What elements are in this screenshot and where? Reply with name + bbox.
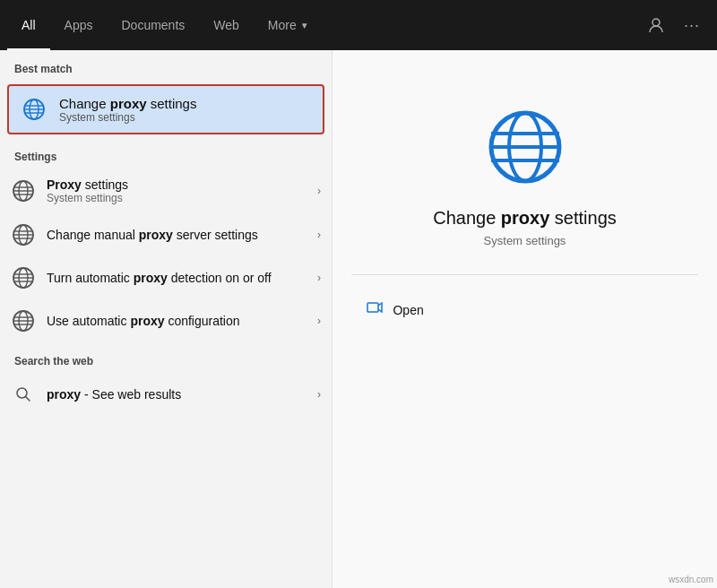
left-panel: Best match Change proxy settings S — [0, 50, 332, 588]
best-match-subtitle: System settings — [59, 111, 196, 124]
best-match-title: Change proxy settings — [59, 96, 196, 111]
list-item-proxy-settings[interactable]: Proxy settings System settings › — [0, 169, 332, 213]
open-action-label: Open — [393, 303, 423, 317]
tab-all[interactable]: All — [7, 0, 50, 50]
user-icon — [647, 16, 665, 34]
magnifier-icon — [15, 386, 31, 402]
use-automatic-title: Use automatic proxy configuration — [47, 314, 307, 328]
detail-divider — [351, 274, 697, 275]
tab-web[interactable]: Web — [199, 0, 254, 50]
detail-icon — [482, 104, 568, 190]
use-automatic-text: Use automatic proxy configuration — [47, 314, 307, 328]
globe-icon-use-automatic — [11, 308, 36, 333]
best-match-icon — [20, 95, 48, 124]
globe-icon-automatic — [11, 265, 36, 290]
web-search-item[interactable]: proxy - See web results › — [0, 373, 332, 416]
more-options-button[interactable]: ··· — [678, 11, 706, 39]
list-item-use-automatic[interactable]: Use automatic proxy configuration › — [0, 299, 332, 342]
best-match-label: Best match — [0, 50, 332, 81]
web-search-keyword: proxy — [47, 387, 81, 402]
proxy-settings-subtitle: System settings — [47, 192, 307, 204]
more-dropdown-arrow: ▼ — [300, 21, 309, 30]
turn-automatic-icon — [11, 265, 36, 290]
proxy-settings-icon — [11, 178, 36, 203]
web-search-text: proxy - See web results — [47, 387, 307, 402]
globe-icon-small — [22, 97, 47, 122]
svg-rect-33 — [367, 303, 378, 312]
top-bar-actions: ··· — [642, 11, 717, 39]
open-icon — [366, 298, 384, 316]
tab-bar: All Apps Documents Web More ▼ — [7, 0, 642, 50]
open-action-icon — [366, 298, 384, 321]
svg-line-27 — [26, 397, 30, 402]
settings-section-label: Settings — [0, 138, 332, 169]
best-match-item[interactable]: Change proxy settings System settings — [7, 84, 324, 134]
proxy-settings-chevron: › — [317, 185, 321, 197]
list-item-change-manual[interactable]: Change manual proxy server settings › — [0, 213, 332, 256]
ellipsis-icon: ··· — [684, 16, 700, 35]
change-manual-chevron: › — [317, 229, 321, 241]
list-item-turn-automatic[interactable]: Turn automatic proxy detection on or off… — [0, 256, 332, 299]
change-manual-text: Change manual proxy server settings — [47, 228, 307, 242]
change-manual-title: Change manual proxy server settings — [47, 228, 307, 242]
tab-documents[interactable]: Documents — [107, 0, 199, 50]
watermark: wsxdn.com — [669, 575, 713, 584]
main-content: Best match Change proxy settings S — [0, 50, 717, 588]
top-bar: All Apps Documents Web More ▼ — [0, 0, 717, 50]
web-search-chevron: › — [317, 388, 321, 401]
search-icon — [11, 382, 36, 407]
proxy-settings-text: Proxy settings System settings — [47, 177, 307, 204]
web-section-label: Search the web — [0, 342, 332, 373]
globe-icon-large — [482, 104, 568, 190]
web-search-suffix: - See web results — [81, 387, 181, 402]
use-automatic-chevron: › — [317, 315, 321, 327]
turn-automatic-text: Turn automatic proxy detection on or off — [47, 271, 307, 285]
turn-automatic-chevron: › — [317, 272, 321, 284]
globe-icon-manual — [11, 222, 36, 247]
user-icon-button[interactable] — [642, 11, 670, 39]
turn-automatic-title: Turn automatic proxy detection on or off — [47, 271, 307, 285]
proxy-settings-title: Proxy settings — [47, 177, 307, 192]
best-match-text: Change proxy settings System settings — [59, 96, 196, 124]
use-automatic-icon — [11, 308, 36, 333]
open-action[interactable]: Open — [351, 293, 697, 326]
svg-point-0 — [652, 19, 660, 26]
tab-more[interactable]: More ▼ — [254, 0, 324, 50]
globe-icon-proxy — [11, 178, 36, 203]
tab-apps[interactable]: Apps — [50, 0, 108, 50]
detail-subtitle: System settings — [484, 234, 566, 247]
detail-title: Change proxy settings — [433, 208, 617, 229]
change-manual-icon — [11, 222, 36, 247]
right-panel: Change proxy settings System settings Op… — [332, 50, 717, 588]
